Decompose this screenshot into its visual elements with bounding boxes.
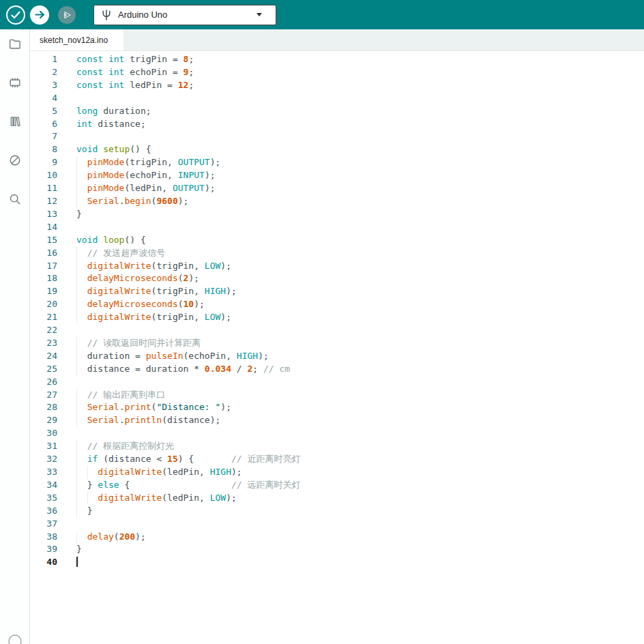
code-token: LOW <box>205 312 220 322</box>
indent-guide <box>76 479 77 492</box>
code-token <box>76 183 87 193</box>
code-token <box>103 54 108 64</box>
code-token: (ledPin, <box>162 493 209 503</box>
code-token: "Distance: " <box>156 402 220 412</box>
code-line[interactable]: pinMode(ledPin, OUTPUT); <box>76 182 644 195</box>
gutter: 1234567891011121314151617181920212223242… <box>30 53 76 644</box>
code-line[interactable]: distance = duration * 0.034 / 2; // cm <box>76 363 644 376</box>
code-token <box>76 299 87 309</box>
debug-button[interactable] <box>58 6 76 24</box>
sidebar-item-search[interactable] <box>7 191 23 207</box>
code-line[interactable] <box>76 427 644 440</box>
code-line[interactable] <box>76 376 644 389</box>
code-line[interactable] <box>76 92 644 105</box>
code-line[interactable]: digitalWrite(ledPin, LOW); <box>76 492 644 505</box>
code-token: (trigPin, <box>151 261 205 271</box>
code-token: 15 <box>167 454 178 464</box>
debug-play-icon <box>62 10 72 20</box>
code-line[interactable]: // 读取返回时间并计算距离 <box>76 337 644 350</box>
right-arrow-icon <box>35 10 45 19</box>
sidebar-item-sketchbook[interactable] <box>7 35 23 52</box>
code-line[interactable] <box>76 518 644 531</box>
code-line[interactable]: duration = pulseIn(echoPin, HIGH); <box>76 350 644 363</box>
code-token <box>76 338 87 348</box>
code-token: // 发送超声波信号 <box>87 248 165 258</box>
code-line[interactable] <box>76 324 644 337</box>
code-token: loop <box>103 235 124 245</box>
code-line[interactable]: pinMode(trigPin, OUTPUT); <box>76 156 644 169</box>
code-token <box>76 196 87 206</box>
code-token: (trigPin, <box>124 157 177 167</box>
code-token: print <box>124 402 151 412</box>
indent-guide <box>76 440 77 453</box>
code-token: // 远距离时关灯 <box>231 480 300 490</box>
code-line[interactable]: if (distance < 15) { // 近距离时亮灯 <box>76 453 644 466</box>
code-token: void <box>76 144 98 154</box>
code-line[interactable]: digitalWrite(ledPin, HIGH); <box>76 466 644 479</box>
code-token: LOW <box>205 261 220 271</box>
line-number: 29 <box>30 414 57 427</box>
indent-guide <box>87 466 88 479</box>
code-line[interactable]: } else { // 远距离时关灯 <box>76 479 644 492</box>
verify-button[interactable] <box>6 5 25 25</box>
line-number: 21 <box>30 311 57 324</box>
sidebar-item-debugger[interactable] <box>7 152 23 169</box>
tab-sketch-nov12a[interactable]: sketch_nov12a.ino <box>30 29 123 50</box>
code-line[interactable]: Serial.println(distance); <box>76 414 644 427</box>
code-line[interactable]: // 发送超声波信号 <box>76 247 644 260</box>
code-token: digitalWrite <box>87 312 151 322</box>
account-circle-icon[interactable] <box>7 633 23 644</box>
indent-guide <box>76 363 77 376</box>
code-line[interactable]: const int trigPin = 8; <box>76 53 644 66</box>
code-line[interactable]: digitalWrite(trigPin, LOW); <box>76 311 644 324</box>
code-line[interactable]: // 根据距离控制灯光 <box>76 440 644 453</box>
code-line[interactable]: delay(200); <box>76 531 644 544</box>
code-line[interactable] <box>76 556 644 569</box>
code-token: (echoPin, <box>124 170 177 180</box>
code-line[interactable]: Serial.print("Distance: "); <box>76 401 644 414</box>
sidebar-item-library-manager[interactable] <box>7 113 23 130</box>
code-line[interactable]: } <box>76 505 644 518</box>
slashed-circle-icon <box>8 153 22 167</box>
editor[interactable]: 1234567891011121314151617181920212223242… <box>30 51 644 644</box>
line-number: 39 <box>30 543 57 556</box>
code-line[interactable]: // 输出距离到串口 <box>76 389 644 402</box>
code-token: ); <box>194 299 205 309</box>
code-line[interactable]: pinMode(echoPin, INPUT); <box>76 169 644 182</box>
code-token: pinMode <box>87 183 125 193</box>
line-number: 36 <box>30 505 57 518</box>
code-token: int <box>108 54 124 64</box>
indent-guide <box>76 182 77 195</box>
code-line[interactable]: int distance; <box>76 118 644 131</box>
code-token: // 输出距离到串口 <box>87 390 165 400</box>
code-line[interactable]: void loop() { <box>76 234 644 247</box>
code-token: } <box>76 544 82 554</box>
code-token: int <box>108 67 124 77</box>
code-line[interactable]: const int ledPin = 12; <box>76 79 644 92</box>
code-token: Serial <box>87 196 119 206</box>
code-line[interactable]: delayMicroseconds(10); <box>76 298 644 311</box>
line-number: 8 <box>30 143 57 156</box>
board-selector-dropdown[interactable]: Arduino Uno <box>93 5 276 25</box>
code-token: Serial <box>87 415 119 425</box>
code-line[interactable]: delayMicroseconds(2); <box>76 272 644 285</box>
code-line[interactable]: digitalWrite(trigPin, HIGH); <box>76 285 644 298</box>
code-area[interactable]: const int trigPin = 8;const int echoPin … <box>76 53 644 644</box>
code-token: (distance < <box>98 454 167 464</box>
upload-button[interactable] <box>30 5 49 25</box>
sidebar-item-boards-manager[interactable] <box>7 74 23 91</box>
code-line[interactable] <box>76 221 644 234</box>
code-token: ); <box>220 402 231 412</box>
code-token: long <box>76 106 98 116</box>
code-token: const <box>76 67 103 77</box>
code-line[interactable]: void setup() { <box>76 143 644 156</box>
code-line[interactable] <box>76 130 644 143</box>
code-line[interactable]: } <box>76 208 644 221</box>
code-line[interactable]: digitalWrite(trigPin, LOW); <box>76 260 644 273</box>
code-line[interactable]: const int echoPin = 9; <box>76 66 644 79</box>
code-line[interactable]: long duration; <box>76 105 644 118</box>
code-line[interactable]: } <box>76 543 644 556</box>
line-number: 6 <box>30 118 57 131</box>
code-line[interactable]: Serial.begin(9600); <box>76 195 644 208</box>
indent-guide <box>76 492 77 505</box>
